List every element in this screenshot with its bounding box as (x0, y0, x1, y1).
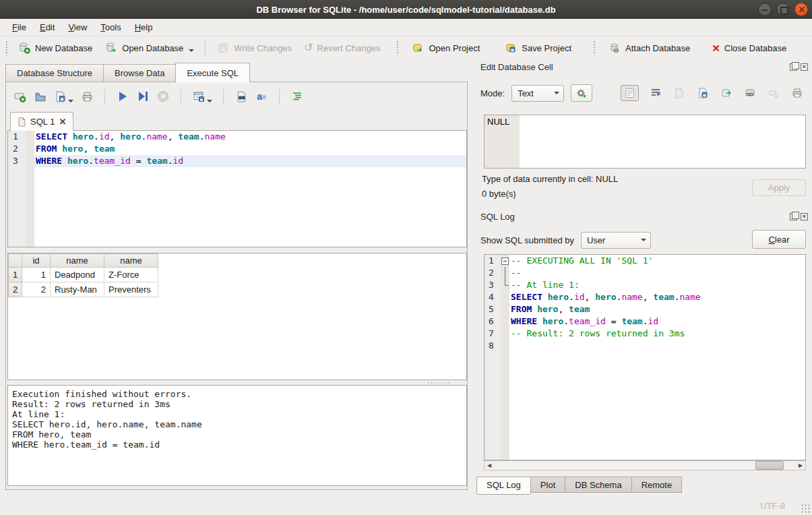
tab-sql-log[interactable]: SQL Log (476, 477, 531, 495)
status-bar: UTF-8 (0, 495, 812, 515)
row-header[interactable]: 1 (9, 268, 22, 282)
open-database-button[interactable]: Open Database (99, 38, 199, 57)
code-text: -- At line 1: (509, 279, 805, 291)
resize-grip[interactable] (801, 504, 810, 513)
new-sql-tab-icon[interactable] (13, 90, 26, 103)
sql-log-view[interactable]: 1-- EXECUTING ALL IN 'SQL 1'2--3-- At li… (484, 254, 806, 460)
attach-database-button[interactable]: Attach Database (602, 38, 695, 57)
close-button[interactable] (794, 3, 808, 16)
cell-value-editor[interactable]: NULL (484, 115, 806, 169)
revert-changes-label: Revert Changes (317, 43, 381, 53)
tab-plot[interactable]: Plot (531, 477, 565, 493)
open-sql-file-icon[interactable] (33, 90, 46, 103)
menu-help[interactable]: Help (129, 20, 158, 34)
auto-switch-mode-button[interactable] (571, 84, 592, 102)
cell-hero-name[interactable]: Deadpond (51, 268, 104, 282)
sql1-tab-close-icon[interactable]: ✕ (59, 117, 66, 127)
save-sql-dropdown-icon[interactable] (68, 100, 73, 102)
word-wrap-icon[interactable] (649, 86, 662, 100)
autocomplete-icon[interactable]: aa (255, 90, 268, 103)
cell-team-name[interactable]: Z-Force (104, 268, 158, 282)
export-cell-data-icon[interactable] (696, 86, 710, 100)
toolbar-grip[interactable] (5, 40, 8, 55)
stop-icon[interactable]: ✕ (156, 90, 170, 103)
float-panel-icon[interactable] (790, 63, 797, 71)
mode-select[interactable]: Text (511, 85, 564, 102)
maximize-button[interactable] (776, 3, 790, 16)
close-panel-icon[interactable]: × (801, 213, 808, 220)
format-sql-icon[interactable] (290, 90, 304, 103)
encoding-indicator[interactable]: UTF-8 (760, 501, 785, 511)
close-panel-icon[interactable]: × (801, 63, 808, 71)
toolbar-grip[interactable] (396, 40, 399, 55)
line-number: 2 (485, 267, 501, 279)
sql-editor[interactable]: 1SELECT hero.id, hero.name, team.name2FR… (7, 130, 467, 247)
scroll-right-icon[interactable]: ▶ (796, 461, 805, 470)
apply-data-icon[interactable] (720, 86, 733, 100)
line-number: 6 (485, 315, 501, 328)
export-results-icon[interactable] (192, 90, 206, 103)
tab-browse-data[interactable]: Browse Data (103, 64, 175, 82)
open-database-dropdown-icon[interactable] (189, 49, 194, 52)
tab-db-schema[interactable]: DB Schema (565, 477, 631, 493)
line-number: 2 (8, 143, 26, 155)
execute-all-icon[interactable] (116, 90, 129, 103)
write-changes-label: Write Changes (234, 43, 292, 53)
import-cell-data-icon[interactable] (673, 86, 686, 100)
menu-file[interactable]: File (7, 20, 32, 34)
text-document-icon (625, 88, 635, 98)
write-changes-button[interactable]: Write Changes (211, 38, 297, 57)
menu-view[interactable]: View (63, 20, 92, 34)
scroll-left-icon[interactable]: ◀ (485, 461, 494, 470)
dock-tab-bar: SQL Log Plot DB Schema Remote (476, 477, 682, 495)
new-database-button[interactable]: New Database (12, 38, 98, 57)
print-cell-icon[interactable] (790, 86, 804, 100)
line-number: 3 (8, 155, 26, 167)
open-project-button[interactable]: Open Project (406, 38, 485, 57)
apply-button[interactable]: Apply (752, 179, 806, 196)
cell-team-name[interactable]: Preventers (104, 282, 158, 297)
cell-id[interactable]: 2 (22, 282, 51, 297)
export-results-dropdown-icon[interactable] (207, 100, 212, 102)
execute-line-icon[interactable] (136, 90, 150, 103)
row-header[interactable]: 2 (9, 282, 22, 297)
sql1-tab[interactable]: SQL 1 ✕ (10, 112, 73, 131)
open-project-label: Open Project (429, 43, 480, 53)
toolbar-grip[interactable] (593, 40, 596, 55)
close-database-button[interactable]: ✕ Close Database (706, 40, 792, 56)
cell-hero-name[interactable]: Rusty-Man (51, 282, 104, 297)
find-icon[interactable] (235, 90, 248, 103)
code-text: -- (509, 267, 805, 279)
print-icon[interactable] (80, 90, 94, 103)
tab-database-structure[interactable]: Database Structure (5, 64, 103, 82)
menu-edit[interactable]: Edit (34, 20, 60, 34)
clear-log-button[interactable]: Clear (752, 230, 806, 249)
column-header-id[interactable]: id (22, 254, 51, 268)
submitter-select[interactable]: User (581, 232, 651, 249)
set-null-icon[interactable] (767, 86, 780, 100)
menu-tools[interactable]: Tools (95, 20, 126, 34)
horizontal-scrollbar[interactable]: ◀ ▶ (484, 460, 806, 471)
fold-marker-icon[interactable] (501, 255, 509, 267)
save-sql-file-icon[interactable] (53, 90, 67, 103)
cell-id[interactable]: 1 (22, 268, 51, 282)
submitter-value: User (587, 235, 605, 245)
new-database-icon (18, 41, 31, 55)
column-header-name1[interactable]: name (51, 254, 104, 268)
float-panel-icon[interactable] (790, 213, 797, 220)
results-table: id name name 1 1 Deadpond Z-Force 2 2 Ru… (8, 253, 158, 297)
minimize-button[interactable] (758, 3, 772, 16)
code-line: 3WHERE hero.team_id = team.id (8, 155, 466, 167)
scrollbar-thumb[interactable] (755, 461, 784, 470)
tab-execute-sql[interactable]: Execute SQL (175, 63, 250, 82)
text-mode-button[interactable] (621, 85, 639, 101)
title-bar[interactable]: DB Browser for SQLite - /home/user/code/… (0, 0, 812, 19)
tab-remote[interactable]: Remote (632, 477, 683, 493)
save-project-button[interactable]: Save Project (499, 38, 577, 57)
code-line: 8 (485, 340, 805, 352)
revert-changes-button[interactable]: ↺ Revert Changes (299, 40, 385, 56)
splitter-handle[interactable] (427, 382, 451, 384)
scrollbar-track[interactable] (494, 461, 796, 470)
link-data-icon[interactable] (743, 86, 757, 100)
column-header-name2[interactable]: name (104, 254, 158, 268)
